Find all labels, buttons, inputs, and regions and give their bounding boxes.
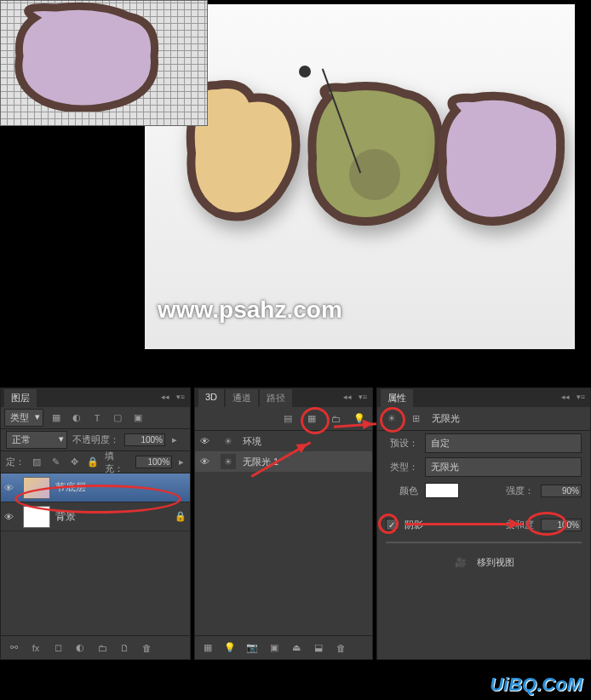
3d-filter-toolbar: ▤ ▦ 🗀 💡 (195, 407, 372, 431)
3d-panel-footer: ▦ 💡 📷 ▣ ⏏ ⬓ 🗑 (195, 635, 372, 659)
3d-light-icon[interactable]: 💡 (222, 640, 238, 656)
properties-subnav: ☀ ⊞ 无限光 (377, 407, 590, 431)
type-select[interactable]: 无限光 (425, 457, 582, 477)
color-intensity-row: 颜色 强度： 90% (377, 479, 590, 502)
filter-adjust-icon[interactable]: ◐ (69, 410, 84, 426)
panel-collapse-icon[interactable]: ◂◂ (559, 392, 571, 404)
type-row: 类型： 无限光 (377, 455, 590, 479)
brand-watermark: UiBQ.CoM (490, 674, 582, 696)
properties-panel-header: 属性 ◂◂ ▾≡ (377, 388, 590, 407)
delete-layer-icon[interactable]: 🗑 (139, 640, 154, 656)
canvas-area: www.psahz.com (0, 0, 591, 375)
filter-pixel-icon[interactable]: ▦ (49, 410, 64, 426)
move-to-view-button[interactable]: 移到视图 (477, 556, 514, 569)
group-icon[interactable]: 🗀 (95, 640, 110, 656)
3d-item-infinite-light[interactable]: 👁 ☀ 无限光 1 (195, 451, 372, 472)
inset-grid-preview[interactable] (0, 0, 208, 126)
light-props-icon[interactable]: ☀ (384, 411, 399, 427)
filter-type-dropdown[interactable]: 类型 (4, 409, 43, 427)
link-layers-icon[interactable]: ⚯ (6, 640, 21, 656)
main-canvas[interactable]: www.psahz.com (145, 4, 575, 349)
move-view-icon[interactable]: 🎥 (453, 554, 468, 570)
3d-new-icon[interactable]: ⬓ (311, 640, 326, 656)
shadow-row: ✓ 阴影 柔和度 100% (377, 513, 590, 536)
panel-menu-icon[interactable]: ▾≡ (175, 392, 186, 404)
layers-panel-header: 图层 ◂◂ ▾≡ (1, 388, 190, 407)
filter-material-icon[interactable]: 🗀 (328, 411, 343, 427)
layer-item-background[interactable]: 👁 背景 🔒 (1, 502, 190, 531)
properties-title: 无限光 (432, 412, 460, 425)
opacity-label: 不透明度： (72, 433, 119, 446)
opacity-flyout-icon[interactable]: ▸ (170, 433, 179, 448)
lock-all-icon[interactable]: 🔒 (86, 455, 100, 470)
layer-item-active[interactable]: 👁 节底层 (1, 473, 190, 502)
adjustment-layer-icon[interactable]: ◐ (72, 640, 88, 656)
3d-item-environment[interactable]: 👁 ☀ 环境 (195, 431, 372, 451)
coords-props-icon[interactable]: ⊞ (408, 411, 423, 427)
filter-shape-icon[interactable]: ▢ (110, 410, 125, 426)
tab-channels[interactable]: 通道 (226, 389, 258, 407)
text3d-shape-2[interactable] (302, 81, 447, 230)
panel-menu-icon[interactable]: ▾≡ (575, 392, 587, 404)
lock-icon[interactable]: 🔒 (175, 511, 186, 522)
visibility-eye-icon[interactable]: 👁 (200, 456, 214, 467)
visibility-eye-icon[interactable]: 👁 (4, 483, 18, 493)
opacity-input[interactable]: 100% (124, 433, 165, 446)
filter-smart-icon[interactable]: ▣ (130, 410, 146, 426)
shadow-checkbox[interactable]: ✓ (386, 519, 398, 531)
layer-fx-icon[interactable]: fx (28, 640, 43, 656)
properties-panel: 属性 ◂◂ ▾≡ ☀ ⊞ 无限光 预设： 自定 类型： 无限光 颜色 强度： 9… (376, 387, 591, 660)
visibility-eye-icon[interactable]: 👁 (200, 436, 214, 446)
tab-layers[interactable]: 图层 (4, 389, 37, 407)
visibility-eye-icon[interactable]: 👁 (4, 512, 18, 522)
panel-collapse-icon[interactable]: ◂◂ (159, 392, 171, 404)
3d-scene-icon[interactable]: ▦ (200, 640, 215, 656)
panel-menu-icon[interactable]: ▾≡ (357, 392, 369, 404)
fill-flyout-icon[interactable]: ▸ (177, 455, 185, 470)
blend-mode-dropdown[interactable]: 正常 (6, 431, 67, 449)
lock-transparent-icon[interactable]: ▨ (30, 455, 43, 470)
preset-label: 预设： (386, 437, 418, 450)
layers-filter-toolbar: 类型 ▦ ◐ T ▢ ▣ (1, 407, 190, 429)
layer-mask-icon[interactable]: ◻ (50, 640, 66, 656)
fill-input[interactable]: 100% (135, 456, 172, 468)
inset-shape (9, 1, 163, 112)
filter-light-icon[interactable]: 💡 (352, 411, 367, 427)
tab-properties[interactable]: 属性 (381, 389, 413, 407)
new-layer-icon[interactable]: 🗋 (117, 640, 132, 656)
type-label: 类型： (386, 461, 418, 473)
lock-brush-icon[interactable]: ✎ (49, 455, 62, 470)
color-swatch[interactable] (425, 483, 459, 498)
3d-delete-icon[interactable]: 🗑 (333, 640, 348, 656)
light-icon: ☀ (221, 454, 236, 469)
tab-3d[interactable]: 3D (198, 389, 224, 407)
layers-panel-footer: ⚯ fx ◻ ◐ 🗀 🗋 🗑 (1, 635, 190, 659)
preset-select[interactable]: 自定 (425, 433, 582, 453)
intensity-label: 强度： (506, 485, 534, 497)
layer-name[interactable]: 背景 (55, 509, 169, 524)
3d-render-icon[interactable]: ▣ (267, 640, 282, 656)
panel-collapse-icon[interactable]: ◂◂ (341, 392, 353, 404)
text3d-shape-3[interactable] (434, 89, 566, 226)
layers-panel: 图层 ◂◂ ▾≡ 类型 ▦ ◐ T ▢ ▣ 正常 不透明度： 100% ▸ 定：… (0, 387, 191, 660)
filter-scene-icon[interactable]: ▤ (280, 411, 296, 427)
light-indicator-head[interactable] (299, 66, 311, 77)
softness-input[interactable]: 100% (541, 519, 582, 531)
layer-thumbnail[interactable] (23, 477, 50, 499)
preset-row: 预设： 自定 (377, 431, 590, 455)
layer-name[interactable]: 节底层 (55, 480, 186, 495)
filter-mesh-icon[interactable]: ▦ (304, 411, 319, 427)
softness-label: 柔和度 (506, 519, 534, 531)
lock-move-icon[interactable]: ✥ (67, 455, 81, 470)
layer-thumbnail[interactable] (23, 506, 50, 528)
svg-point-0 (349, 149, 400, 200)
color-label: 颜色 (386, 485, 418, 497)
lock-fill-row: 定： ▨ ✎ ✥ 🔒 填充： 100% ▸ (1, 451, 190, 473)
tab-paths[interactable]: 路径 (260, 389, 292, 407)
shadow-label: 阴影 (405, 519, 423, 531)
intensity-input[interactable]: 90% (541, 485, 582, 497)
3d-panel-header: 3D 通道 路径 ◂◂ ▾≡ (195, 388, 372, 407)
filter-type-icon[interactable]: T (89, 410, 105, 426)
3d-camera-icon[interactable]: 📷 (244, 640, 260, 656)
3d-ground-icon[interactable]: ⏏ (289, 640, 304, 656)
